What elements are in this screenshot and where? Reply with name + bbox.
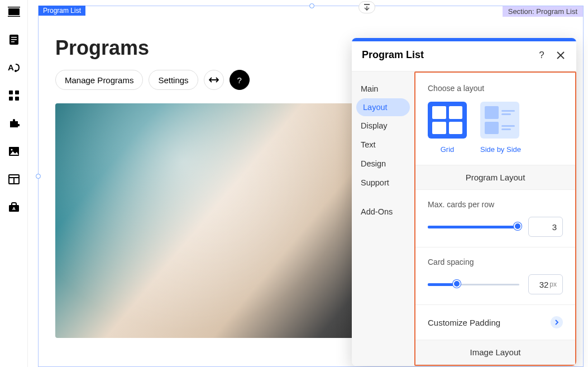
- card-spacing-value[interactable]: 32px: [528, 274, 563, 294]
- widget-settings-button[interactable]: Settings: [149, 70, 198, 90]
- max-cards-slider[interactable]: [428, 225, 519, 228]
- panel-title: Program List: [362, 49, 528, 61]
- svg-rect-0: [8, 8, 20, 15]
- layout-option-side[interactable]: Side by Side: [480, 102, 521, 154]
- svg-point-14: [11, 149, 12, 151]
- nav-layout[interactable]: Layout: [356, 98, 410, 116]
- briefcase-icon[interactable]: A: [8, 201, 20, 213]
- manage-programs-button[interactable]: Manage Programs: [55, 70, 143, 90]
- card-spacing-label: Card spacing: [428, 258, 563, 266]
- text-style-icon[interactable]: A: [8, 61, 20, 74]
- choose-layout-label: Choose a layout: [428, 84, 563, 93]
- svg-rect-12: [15, 97, 19, 101]
- svg-rect-10: [15, 90, 19, 94]
- element-tag[interactable]: Program List: [39, 6, 85, 16]
- program-list-panel: Program List ? Main Layout Display Text …: [352, 38, 576, 366]
- nav-display[interactable]: Display: [352, 116, 414, 135]
- nav-support[interactable]: Support: [352, 173, 414, 192]
- selection-handle-top[interactable]: [309, 3, 314, 8]
- nav-addons[interactable]: Add-Ons: [352, 202, 414, 221]
- svg-rect-11: [9, 97, 13, 101]
- svg-rect-2: [8, 16, 20, 17]
- nav-design[interactable]: Design: [352, 154, 414, 173]
- doc-icon[interactable]: [8, 34, 20, 46]
- canvas: Section: Program List Program List Progr…: [28, 0, 588, 367]
- media-icon[interactable]: [8, 145, 20, 158]
- group-image-layout: Image Layout: [415, 340, 575, 365]
- section-tag[interactable]: Section: Program List: [503, 6, 583, 17]
- page-icon[interactable]: [8, 6, 20, 18]
- panel-help-icon[interactable]: ?: [536, 50, 547, 61]
- layout-thumb-side: [480, 102, 519, 139]
- svg-rect-6: [11, 41, 15, 42]
- anchor-button[interactable]: [358, 1, 375, 13]
- svg-text:A: A: [8, 63, 14, 72]
- max-cards-label: Max. cards per row: [428, 200, 563, 209]
- svg-rect-4: [11, 37, 17, 38]
- table-icon[interactable]: [8, 173, 20, 185]
- shape-label: Shape: [415, 365, 575, 366]
- panel-nav: Main Layout Display Text Design Support …: [352, 72, 414, 366]
- layout-thumb-grid: [428, 102, 467, 139]
- group-program-layout: Program Layout: [415, 165, 575, 190]
- left-icon-rail: A A: [0, 0, 28, 367]
- card-spacing-slider[interactable]: [428, 283, 519, 286]
- help-button[interactable]: ?: [230, 70, 250, 90]
- customize-padding-row[interactable]: Customize Padding: [415, 305, 575, 340]
- selection-handle-left[interactable]: [36, 174, 41, 179]
- apps-icon[interactable]: [8, 89, 20, 102]
- stretch-button[interactable]: [204, 70, 224, 90]
- svg-point-8: [15, 70, 17, 72]
- question-icon: ?: [237, 75, 241, 85]
- layout-option-side-label: Side by Side: [480, 145, 521, 154]
- panel-close-icon[interactable]: [555, 50, 566, 61]
- svg-rect-9: [9, 90, 13, 94]
- addons-icon[interactable]: [8, 117, 20, 130]
- layout-option-grid[interactable]: Grid: [428, 102, 467, 154]
- nav-main[interactable]: Main: [352, 79, 414, 98]
- panel-content[interactable]: Choose a layout Grid: [414, 72, 576, 366]
- svg-text:A: A: [12, 206, 16, 211]
- layout-option-grid-label: Grid: [428, 145, 467, 154]
- customize-padding-label: Customize Padding: [428, 318, 551, 327]
- svg-rect-1: [8, 7, 20, 8]
- nav-text[interactable]: Text: [352, 135, 414, 154]
- svg-rect-5: [11, 39, 17, 40]
- max-cards-value[interactable]: 3: [528, 217, 563, 237]
- chevron-right-icon: [551, 316, 563, 328]
